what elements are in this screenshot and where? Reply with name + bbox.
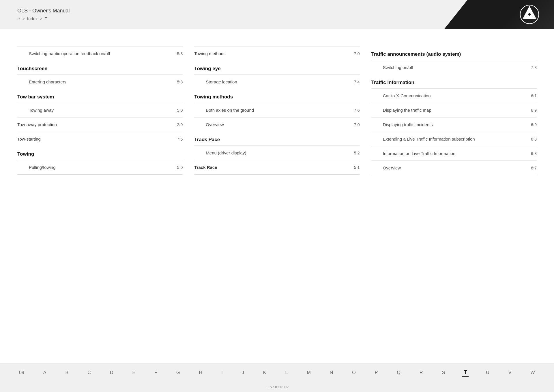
alpha-S[interactable]: S (440, 369, 447, 376)
alpha-H[interactable]: H (197, 369, 204, 376)
list-item[interactable]: Menu (driver display) 5›2 (194, 145, 360, 160)
alpha-A[interactable]: A (42, 369, 48, 376)
item-label: Switching on/off (383, 65, 531, 70)
alpha-F[interactable]: F (153, 369, 159, 376)
list-item[interactable]: Switching on/off 7›8 (371, 60, 537, 74)
page-title: GLS - Owner's Manual (17, 8, 427, 14)
item-label: Towing away (29, 108, 177, 113)
item-page: 7›8 (531, 65, 537, 70)
list-item[interactable]: Track Race 5›1 (194, 160, 360, 175)
item-label: Entering characters (29, 79, 177, 84)
list-item[interactable]: Pulling/towing 5›0 (17, 160, 183, 175)
alpha-E[interactable]: E (131, 369, 137, 376)
item-label: Storage location (206, 79, 354, 84)
section-header: Traffic information (371, 74, 537, 88)
list-item[interactable]: Towing away 5›0 (17, 103, 183, 117)
list-item[interactable]: Displaying the traffic map 6›9 (371, 103, 537, 117)
item-page: 6›9 (531, 108, 537, 113)
mercedes-logo (519, 4, 540, 25)
column-2: Towing methods 7›0 Towing eye Storage lo… (194, 40, 360, 352)
alpha-L[interactable]: L (283, 369, 289, 376)
item-page: 5›3 (177, 51, 183, 56)
alpha-O[interactable]: O (350, 369, 357, 376)
item-page: 6›8 (531, 137, 537, 141)
header: GLS - Owner's Manual ⌂ > Index > T (0, 0, 554, 29)
alpha-W[interactable]: W (529, 369, 537, 376)
alpha-G[interactable]: G (175, 369, 181, 376)
item-page: 5›8 (177, 80, 183, 84)
item-label: Tow-away protection (17, 122, 177, 127)
column-1: Switching haptic operation feedback on/o… (17, 40, 183, 352)
item-page: 7›4 (354, 80, 360, 84)
alpha-I[interactable]: I (220, 369, 224, 376)
item-label: Both axles on the ground (206, 108, 354, 113)
breadcrumb-sep1: > (23, 16, 25, 21)
item-label: Information on Live Traffic Information (383, 151, 531, 156)
item-page: 6›8 (531, 151, 537, 156)
section-header: Track Pace (194, 132, 360, 145)
item-page: 7›5 (177, 137, 183, 141)
list-item[interactable]: Tow-away protection 2›9 (17, 117, 183, 132)
section-header: Tow bar system (17, 89, 183, 103)
item-label: Track Race (194, 165, 354, 170)
item-label: Pulling/towing (29, 165, 177, 170)
header-left: GLS - Owner's Manual ⌂ > Index > T (0, 0, 444, 29)
item-label: Extending a Live Traffic Information sub… (383, 137, 531, 141)
item-page: 6›7 (531, 166, 537, 170)
alpha-J[interactable]: J (240, 369, 246, 376)
alpha-C[interactable]: C (86, 369, 93, 376)
breadcrumb-index[interactable]: Index (27, 16, 38, 21)
item-page: 5›0 (177, 165, 183, 170)
item-page: 2›9 (177, 122, 183, 127)
item-page: 5›2 (354, 151, 360, 155)
alpha-U[interactable]: U (484, 369, 491, 376)
home-icon[interactable]: ⌂ (17, 16, 20, 21)
list-item[interactable]: Overview 7›0 (194, 117, 360, 132)
item-page: 5›0 (177, 108, 183, 113)
item-label: Tow-starting (17, 137, 177, 141)
section-header: Towing eye (194, 61, 360, 74)
item-page: 6›1 (531, 94, 537, 98)
item-label: Menu (driver display) (206, 150, 354, 155)
alphabet-bar: 09 A B C D E F G H I J K L M N O P Q R S… (0, 363, 554, 382)
section-header: Traffic announcements (audio system) (371, 46, 537, 60)
item-label: Displaying the traffic map (383, 108, 531, 113)
breadcrumb: ⌂ > Index > T (17, 16, 427, 21)
list-item[interactable]: Extending a Live Traffic Information sub… (371, 132, 537, 146)
section-header: Touchscreen (17, 61, 183, 74)
alpha-Q[interactable]: Q (395, 369, 402, 376)
item-label: Switching haptic operation feedback on/o… (29, 51, 177, 56)
list-item[interactable]: Information on Live Traffic Information … (371, 146, 537, 160)
svg-point-1 (528, 13, 531, 16)
alpha-P[interactable]: P (373, 369, 380, 376)
breadcrumb-sep2: > (40, 16, 42, 21)
main-content: Switching haptic operation feedback on/o… (0, 29, 554, 363)
alpha-N[interactable]: N (328, 369, 335, 376)
column-3: Traffic announcements (audio system) Swi… (371, 40, 537, 352)
list-item[interactable]: Both axles on the ground 7›6 (194, 103, 360, 117)
item-page: 7›6 (354, 108, 360, 113)
alpha-D[interactable]: D (108, 369, 115, 376)
item-page: 6›9 (531, 122, 537, 127)
footer-code: F167 0113 02 (265, 385, 289, 389)
list-item[interactable]: Tow-starting 7›5 (17, 132, 183, 146)
footer: F167 0113 02 (0, 382, 554, 392)
list-item[interactable]: Overview 6›7 (371, 160, 537, 175)
list-item[interactable]: Storage location 7›4 (194, 74, 360, 89)
list-item[interactable]: Car-to-X-Communication 6›1 (371, 88, 537, 103)
section-header: Towing (17, 146, 183, 160)
alpha-09[interactable]: 09 (17, 369, 26, 376)
list-item[interactable]: Towing methods 7›0 (194, 46, 360, 61)
alpha-M[interactable]: M (305, 369, 312, 376)
alpha-R[interactable]: R (418, 369, 425, 376)
list-item[interactable]: Switching haptic operation feedback on/o… (17, 46, 183, 61)
logo-area (444, 0, 554, 29)
alpha-T[interactable]: T (462, 369, 469, 377)
item-page: 7›0 (354, 51, 360, 56)
alpha-B[interactable]: B (64, 369, 70, 376)
section-header: Towing methods (194, 89, 360, 103)
alpha-V[interactable]: V (507, 369, 513, 376)
list-item[interactable]: Displaying traffic incidents 6›9 (371, 117, 537, 132)
alpha-K[interactable]: K (261, 369, 268, 376)
list-item[interactable]: Entering characters 5›8 (17, 74, 183, 89)
